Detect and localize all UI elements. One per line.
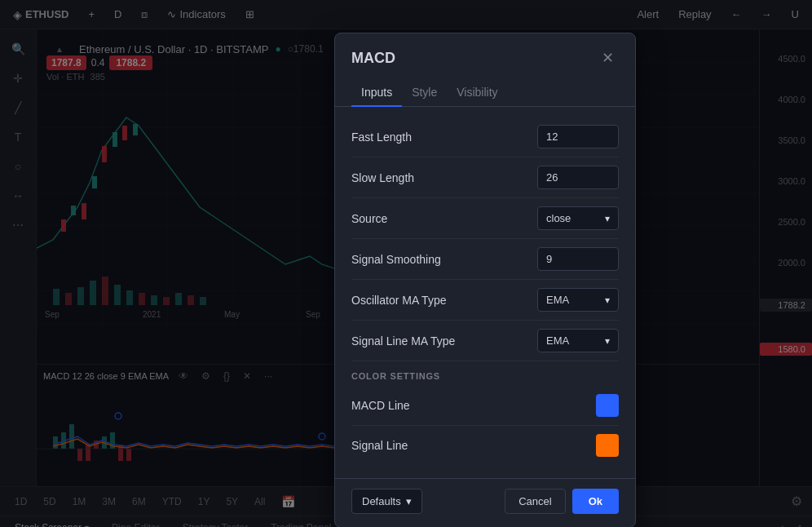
slow-length-label: Slow Length <box>351 171 537 184</box>
macd-line-color-swatch[interactable] <box>596 394 619 417</box>
tab-inputs[interactable]: Inputs <box>351 79 402 107</box>
action-buttons: Cancel Ok <box>505 489 619 514</box>
signal-smoothing-row: Signal Smoothing <box>351 239 619 280</box>
tab-style[interactable]: Style <box>402 79 447 107</box>
signal-line-label: Signal Line <box>351 439 596 452</box>
color-section-title: COLOR SETTINGS <box>351 361 619 386</box>
signal-smoothing-input[interactable] <box>537 247 619 271</box>
cancel-button[interactable]: Cancel <box>505 489 565 514</box>
signal-line-ma-select[interactable]: EMA <box>537 329 619 352</box>
dialog-close-button[interactable]: ✕ <box>596 46 619 69</box>
ok-button[interactable]: Ok <box>572 489 619 514</box>
defaults-section: Defaults ▾ <box>351 489 422 514</box>
slow-length-row: Slow Length <box>351 157 619 198</box>
signal-smoothing-label: Signal Smoothing <box>351 253 537 266</box>
defaults-chevron-icon: ▾ <box>406 495 412 507</box>
fast-length-input[interactable] <box>537 125 619 148</box>
tab-visibility[interactable]: Visibility <box>447 79 507 107</box>
modal-overlay: MACD ✕ Inputs Style Visibility Fast Leng… <box>0 0 812 527</box>
fast-length-row: Fast Length <box>351 117 619 157</box>
oscillator-ma-select[interactable]: EMA <box>537 288 619 312</box>
macd-dialog: MACD ✕ Inputs Style Visibility Fast Leng… <box>334 33 636 527</box>
signal-line-ma-row: Signal Line MA Type EMA <box>351 321 619 361</box>
source-row: Source close <box>351 198 619 239</box>
source-select[interactable]: close <box>537 206 619 230</box>
oscillator-ma-label: Oscillator MA Type <box>351 294 537 307</box>
signal-line-color-row: Signal Line <box>351 426 619 465</box>
macd-line-color-row: MACD Line <box>351 386 619 426</box>
dialog-tabs: Inputs Style Visibility <box>335 69 635 107</box>
oscillator-ma-row: Oscillator MA Type EMA <box>351 280 619 321</box>
signal-line-color-swatch[interactable] <box>596 434 619 457</box>
source-label: Source <box>351 212 537 225</box>
slow-length-input[interactable] <box>537 166 619 189</box>
signal-line-ma-label: Signal Line MA Type <box>351 334 537 348</box>
fast-length-label: Fast Length <box>351 131 537 144</box>
dialog-footer: Defaults ▾ Cancel Ok <box>335 478 635 527</box>
dialog-body: Fast Length Slow Length Source close Sig… <box>335 107 635 475</box>
macd-line-label: MACD Line <box>351 399 596 412</box>
defaults-button[interactable]: Defaults ▾ <box>351 489 422 514</box>
dialog-header: MACD ✕ <box>335 33 635 69</box>
dialog-title: MACD <box>351 50 395 67</box>
